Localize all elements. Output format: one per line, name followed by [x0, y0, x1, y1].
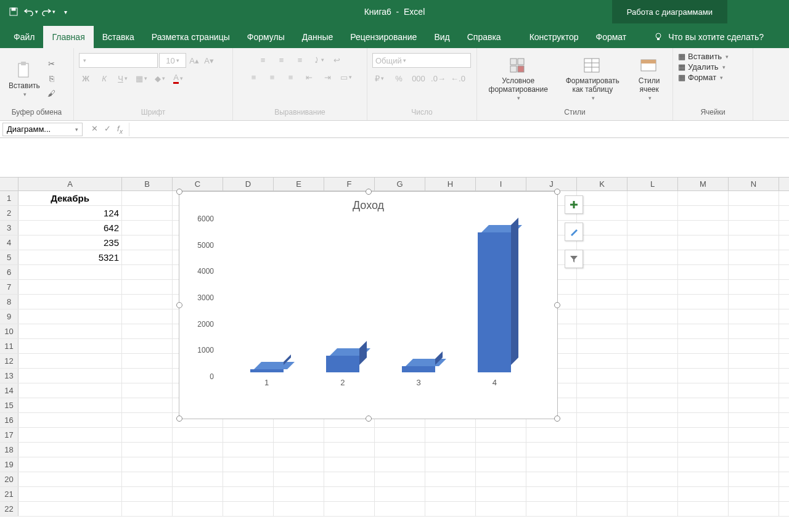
- cell[interactable]: [577, 206, 628, 220]
- cell[interactable]: [678, 339, 729, 353]
- borders-button[interactable]: ▦▾: [134, 72, 148, 85]
- cell[interactable]: [678, 295, 729, 309]
- increase-indent-icon[interactable]: ⇥: [321, 70, 335, 84]
- fx-icon[interactable]: fx: [117, 124, 123, 135]
- resize-handle[interactable]: [176, 415, 182, 422]
- cell[interactable]: [324, 457, 375, 472]
- resize-handle[interactable]: [554, 189, 560, 195]
- cell[interactable]: [122, 369, 173, 383]
- cell[interactable]: [122, 221, 173, 235]
- col-header-J[interactable]: J: [526, 178, 577, 190]
- row-header[interactable]: 16: [0, 413, 18, 427]
- cell[interactable]: [173, 487, 223, 501]
- cell[interactable]: [18, 295, 122, 309]
- row-header[interactable]: 18: [0, 443, 18, 457]
- cell[interactable]: [122, 235, 173, 250]
- cell[interactable]: [628, 265, 678, 279]
- cell[interactable]: [729, 339, 779, 353]
- cell[interactable]: [274, 472, 324, 486]
- row-header[interactable]: 11: [0, 339, 18, 353]
- cell[interactable]: [476, 472, 526, 486]
- cell[interactable]: [173, 443, 223, 457]
- cell[interactable]: [122, 191, 173, 205]
- fill-color-button[interactable]: ◆▾: [153, 72, 166, 85]
- chart-object[interactable]: Доход 0100020003000400050006000 1234: [179, 191, 558, 419]
- cell[interactable]: [18, 398, 122, 412]
- tab-file[interactable]: Файл: [5, 26, 43, 48]
- cell[interactable]: [628, 324, 678, 338]
- cell[interactable]: [729, 221, 779, 235]
- row-header[interactable]: 9: [0, 309, 18, 324]
- cell[interactable]: [122, 250, 173, 264]
- font-name-select[interactable]: ▾: [79, 53, 158, 68]
- cell[interactable]: [223, 487, 274, 501]
- row-header[interactable]: 22: [0, 502, 18, 516]
- chart-title[interactable]: Доход: [179, 192, 557, 215]
- cell[interactable]: [425, 457, 476, 472]
- cell[interactable]: [122, 428, 173, 442]
- cell[interactable]: [122, 457, 173, 472]
- cell[interactable]: [678, 280, 729, 294]
- col-header-L[interactable]: L: [628, 178, 678, 190]
- decrease-font-icon[interactable]: A▾: [202, 54, 216, 67]
- cell[interactable]: [729, 280, 779, 294]
- cell[interactable]: [18, 265, 122, 279]
- cell[interactable]: [274, 457, 324, 472]
- cell[interactable]: [18, 472, 122, 486]
- orientation-icon[interactable]: ⤸▾: [312, 53, 325, 67]
- cell[interactable]: [628, 502, 678, 516]
- cell[interactable]: [628, 398, 678, 412]
- increase-decimal-icon[interactable]: .0→: [431, 72, 445, 85]
- cell[interactable]: [324, 487, 375, 501]
- row-header[interactable]: 6: [0, 265, 18, 279]
- cell[interactable]: [476, 502, 526, 516]
- wrap-text-icon[interactable]: ↩: [330, 53, 344, 67]
- cell[interactable]: [223, 428, 274, 442]
- row-header[interactable]: 5: [0, 250, 18, 264]
- cell[interactable]: [18, 428, 122, 442]
- tab-help[interactable]: Справка: [459, 26, 510, 48]
- cell[interactable]: [729, 250, 779, 264]
- resize-handle[interactable]: [176, 189, 182, 195]
- cell[interactable]: [577, 398, 628, 412]
- cell[interactable]: [628, 250, 678, 264]
- cell[interactable]: [223, 502, 274, 516]
- underline-button[interactable]: Ч▾: [116, 72, 129, 85]
- currency-icon[interactable]: ₽▾: [372, 72, 386, 85]
- cell[interactable]: [425, 472, 476, 486]
- col-header-G[interactable]: G: [375, 178, 425, 190]
- row-header[interactable]: 17: [0, 428, 18, 442]
- cell[interactable]: [577, 428, 628, 442]
- cell[interactable]: [628, 413, 678, 427]
- enter-icon[interactable]: ✓: [104, 124, 111, 135]
- cell[interactable]: [274, 443, 324, 457]
- tab-data[interactable]: Данные: [293, 26, 342, 48]
- format-as-table-button[interactable]: Форматировать как таблицу▾: [555, 55, 629, 102]
- cell[interactable]: [628, 369, 678, 383]
- cell[interactable]: [678, 502, 729, 516]
- resize-handle[interactable]: [554, 302, 560, 308]
- cell[interactable]: [678, 487, 729, 501]
- cell[interactable]: [628, 487, 678, 501]
- tab-review[interactable]: Рецензирование: [341, 26, 425, 48]
- cell[interactable]: [729, 413, 779, 427]
- cell[interactable]: [628, 457, 678, 472]
- cell[interactable]: [18, 339, 122, 353]
- cell[interactable]: [577, 383, 628, 398]
- cell[interactable]: [274, 487, 324, 501]
- conditional-format-button[interactable]: Условное форматирование▾: [482, 55, 554, 102]
- format-painter-button[interactable]: 🖌: [45, 87, 59, 100]
- cell[interactable]: [678, 369, 729, 383]
- select-all-corner[interactable]: [0, 178, 18, 190]
- cell[interactable]: [628, 443, 678, 457]
- qat-customize-icon[interactable]: ▾: [58, 4, 73, 19]
- cell[interactable]: [577, 265, 628, 279]
- align-left-icon[interactable]: ≡: [247, 70, 261, 84]
- cell[interactable]: [122, 324, 173, 338]
- cell[interactable]: [526, 428, 577, 442]
- cell[interactable]: [223, 443, 274, 457]
- cell[interactable]: [375, 487, 425, 501]
- cell[interactable]: [577, 191, 628, 205]
- row-header[interactable]: 10: [0, 324, 18, 338]
- cell[interactable]: [18, 309, 122, 324]
